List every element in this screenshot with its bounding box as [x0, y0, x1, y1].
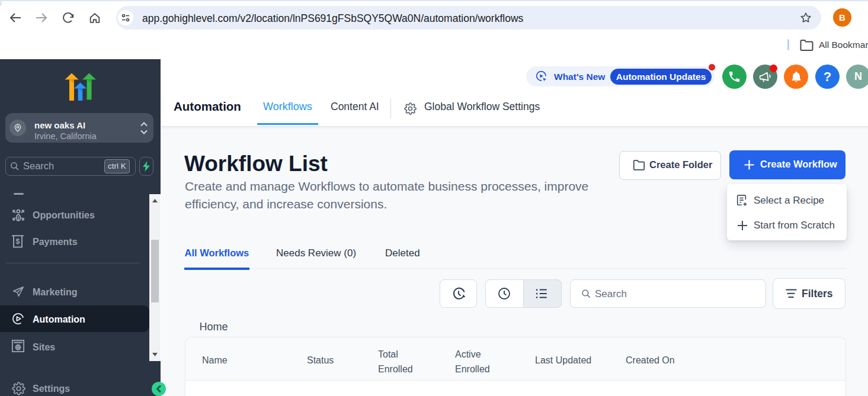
- svg-text:$: $: [16, 237, 20, 246]
